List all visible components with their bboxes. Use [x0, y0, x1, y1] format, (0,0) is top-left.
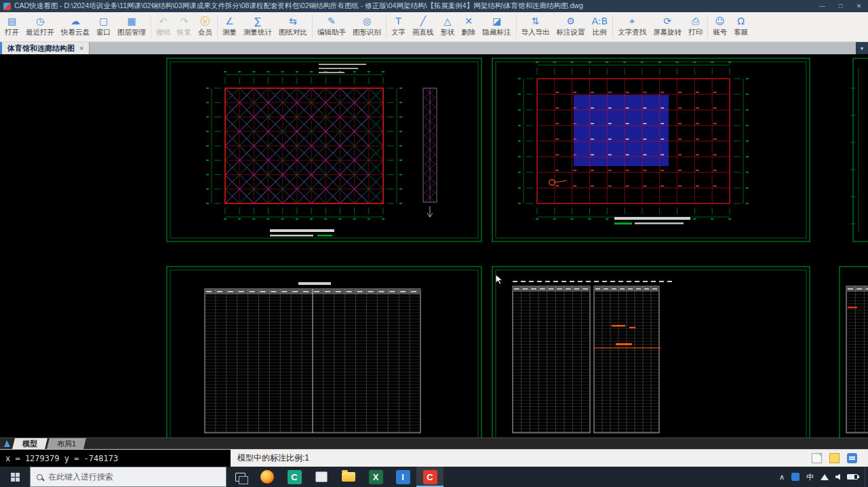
- shape-recognition-button[interactable]: ◎图形识别: [349, 12, 384, 41]
- toolbar-group: T文字╱画直线△形状✕删除◪隐藏标注: [388, 12, 515, 41]
- toolbar-separator: [312, 16, 313, 38]
- layer-manager-button[interactable]: ▦图层管理: [114, 12, 149, 41]
- vip-icon: Ⓥ: [201, 16, 210, 26]
- toolbar-group: ∠测量∑测量统计⇆图纸对比: [219, 12, 311, 41]
- measure-stats-button[interactable]: ∑测量统计: [240, 12, 275, 41]
- wifi-icon[interactable]: [821, 474, 829, 480]
- import-export-button[interactable]: ⇅导入导出: [518, 12, 553, 41]
- sheet-doc-icon[interactable]: [812, 453, 822, 463]
- drawing-compare-icon: ⇆: [289, 16, 297, 26]
- draw-line-label: 画直线: [412, 28, 434, 37]
- cad-drawing: [0, 54, 868, 437]
- volume-icon[interactable]: [835, 474, 840, 480]
- text-button[interactable]: T文字: [388, 12, 409, 41]
- app-window-grey-icon: [315, 471, 328, 482]
- scale-ratio-button[interactable]: A:B比例: [589, 12, 612, 41]
- measure-icon: ∠: [225, 16, 234, 26]
- toolbar: ▤打开◷最近打开☁快看云盘▢窗口▦图层管理↶撤销↷恢复Ⓥ会员∠测量∑测量统计⇆图…: [0, 12, 868, 42]
- recent-open-icon: ◷: [36, 16, 44, 26]
- customer-service-button[interactable]: Ω客服: [730, 12, 751, 41]
- taskbar-app-i-blue[interactable]: I: [389, 467, 416, 487]
- toolbar-group: ↶撤销↷恢复Ⓥ会员: [153, 12, 216, 41]
- edit-assistant-button[interactable]: ✎编辑助手: [314, 12, 349, 41]
- file-explorer-icon: [342, 472, 355, 482]
- battery-icon[interactable]: [847, 474, 858, 480]
- recent-open-button[interactable]: ◷最近打开: [22, 12, 58, 41]
- measure-button[interactable]: ∠测量: [219, 12, 240, 41]
- tab-close-icon[interactable]: ×: [79, 44, 83, 52]
- close-button[interactable]: ✕: [850, 0, 868, 12]
- minimize-button[interactable]: —: [813, 0, 831, 12]
- screen-rotate-icon: ⟳: [663, 16, 671, 26]
- notes-icon[interactable]: [829, 453, 840, 463]
- open-button[interactable]: ▤打开: [1, 12, 22, 41]
- layout-logo-icon: [0, 438, 14, 449]
- ime-indicator-icon[interactable]: 中: [806, 472, 814, 482]
- app-icon: [3, 3, 11, 10]
- hide-annotation-icon: ◪: [492, 16, 501, 26]
- sheet-partial-right: [840, 58, 868, 437]
- shape-recognition-label: 图形识别: [353, 28, 381, 37]
- tray-app-blue-icon[interactable]: [791, 473, 800, 481]
- print-icon: ⎙: [692, 16, 699, 26]
- text-search-icon: ⌖: [629, 16, 635, 26]
- vip-label: 会员: [198, 28, 212, 37]
- drawing-compare-button[interactable]: ⇆图纸对比: [275, 12, 311, 41]
- delete-label: 删除: [462, 28, 476, 37]
- cloud-drive-button[interactable]: ☁快看云盘: [58, 12, 93, 41]
- scale-ratio-label: 比例: [593, 28, 607, 37]
- excel-icon: X: [369, 470, 383, 484]
- shape-label: 形状: [441, 28, 455, 37]
- show-desktop-button[interactable]: [865, 467, 868, 487]
- sheet-member-table-right: [492, 267, 810, 437]
- scale-ratio-icon: A:B: [592, 16, 608, 26]
- drawing-canvas[interactable]: [0, 54, 868, 437]
- account-label: 账号: [713, 28, 727, 37]
- layout-tab-1[interactable]: 布局1: [47, 438, 86, 449]
- taskbar-firefox[interactable]: [254, 467, 281, 487]
- taskbar-app-window-grey[interactable]: [308, 467, 335, 487]
- cloud-drive-icon: ☁: [71, 16, 80, 26]
- annotation-settings-button[interactable]: ⚙标注设置: [553, 12, 589, 41]
- taskbar-apps: CXIC: [226, 467, 443, 487]
- document-tab[interactable]: 体育馆和连廊结构图 ×: [0, 42, 90, 54]
- taskbar-cad-viewer[interactable]: C: [416, 467, 443, 487]
- panel-toggle-button[interactable]: ▼: [856, 42, 868, 54]
- sheet-bottom-chord-plan: [492, 58, 810, 241]
- tray-expand-icon[interactable]: ∧: [779, 473, 785, 482]
- taskbar-task-view[interactable]: [226, 467, 254, 487]
- screen-rotate-button[interactable]: ⟳屏幕旋转: [650, 12, 685, 41]
- account-icon: ☺: [715, 16, 725, 26]
- layout-tabbar: 模型布局1: [0, 437, 868, 449]
- hide-annotation-label: 隐藏标注: [483, 28, 511, 37]
- hide-annotation-button[interactable]: ◪隐藏标注: [479, 12, 515, 41]
- start-button[interactable]: [0, 467, 30, 487]
- toolbar-separator: [386, 16, 387, 38]
- account-button[interactable]: ☺账号: [709, 12, 730, 41]
- text-search-button[interactable]: ⌖文字查找: [614, 12, 650, 41]
- taskbar-app-c-teal[interactable]: C: [281, 467, 308, 487]
- shape-button[interactable]: △形状: [437, 12, 458, 41]
- taskbar-excel[interactable]: X: [362, 467, 389, 487]
- taskbar-file-explorer[interactable]: [335, 467, 362, 487]
- feedback-chat-icon[interactable]: [847, 453, 857, 463]
- window-icon: ▢: [99, 16, 108, 26]
- print-button[interactable]: ⎙打印: [685, 12, 706, 41]
- annotation-scale-note: 模型中的标注比例:1: [231, 450, 309, 467]
- layout-tab-0[interactable]: 模型: [12, 438, 47, 449]
- redo-icon: ↷: [180, 16, 189, 26]
- delete-button[interactable]: ✕删除: [458, 12, 479, 41]
- taskbar-search[interactable]: 在此键入进行搜索: [30, 467, 226, 487]
- undo-button[interactable]: ↶撤销: [153, 12, 174, 41]
- draw-line-button[interactable]: ╱画直线: [409, 12, 437, 41]
- window-label: 窗口: [96, 28, 111, 37]
- window-button[interactable]: ▢窗口: [93, 12, 114, 41]
- undo-icon: ↶: [159, 16, 167, 26]
- vip-button[interactable]: Ⓥ会员: [195, 12, 216, 41]
- cad-viewer-icon: C: [423, 470, 437, 484]
- redo-button[interactable]: ↷恢复: [174, 12, 195, 41]
- screen-rotate-label: 屏幕旋转: [653, 28, 682, 37]
- undo-label: 撤销: [156, 28, 170, 37]
- toolbar-group: ▤打开◷最近打开☁快看云盘▢窗口▦图层管理: [1, 12, 149, 41]
- maximize-button[interactable]: □: [831, 0, 850, 12]
